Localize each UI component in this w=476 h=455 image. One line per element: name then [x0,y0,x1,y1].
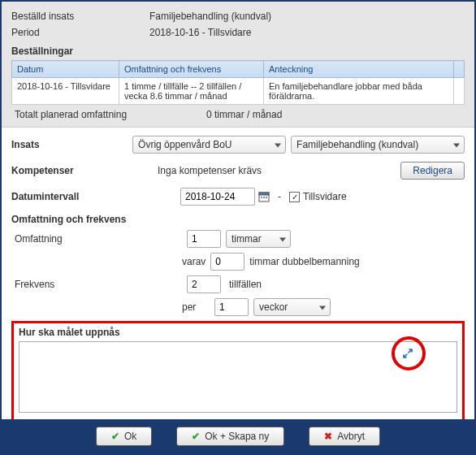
orders-table: Datum Omfattning och frekvens Anteckning… [11,60,465,105]
scope-label: Omfattning [11,233,133,245]
ok-create-new-label: Ok + Skapa ny [205,431,269,442]
ok-create-new-button[interactable]: ✔ Ok + Skapa ny [176,427,284,446]
scope-unit-value: timmar [232,233,262,245]
chevron-down-icon [453,144,460,148]
frekv-label: Frekvens [11,279,133,290]
check-icon: ✔ [192,431,200,442]
insats-category-select[interactable]: Övrig öppenvård BoU [132,136,286,154]
per-unit-value: veckor [259,301,288,313]
ok-button-label: Ok [124,431,136,442]
svg-rect-3 [263,197,265,198]
per-unit-select[interactable]: veckor [253,298,331,316]
goal-highlight-box: Hur ska målet uppnås [11,321,465,424]
chevron-down-icon [279,238,286,242]
orders-col-note[interactable]: Anteckning [264,61,454,78]
per-value-input[interactable] [214,298,249,316]
orders-col-scope[interactable]: Omfattning och frekvens [119,61,264,78]
svg-rect-1 [259,193,269,195]
kompetenser-text: Inga kompetenser krävs [158,165,400,176]
bottom-toolbar: ✔ Ok ✔ Ok + Skapa ny ✖ Avbryt [2,419,474,453]
orders-col-extra [454,61,465,78]
insats-type-value: Familjebehandling (kundval) [296,139,418,150]
scope-frequency-header: Omfattning och frekvens [11,214,465,225]
chevron-down-icon [275,144,281,148]
check-icon: ✔ [111,431,119,442]
date-from-input[interactable] [180,188,255,206]
goal-header: Hur ska målet uppnås [19,327,457,338]
cancel-button-label: Avbryt [337,431,365,442]
frekv-value-input[interactable] [187,275,221,293]
period-value: 2018-10-16 - Tillsvidare [149,27,465,38]
ordered-service-value: Familjebehandling (kundval) [149,11,465,22]
period-label: Period [11,27,149,38]
ordered-service-label: Beställd insats [11,11,149,22]
edit-button[interactable]: Redigera [400,162,465,180]
insats-type-select[interactable]: Familjebehandling (kundval) [291,136,465,154]
date-interval-label: Datumintervall [11,191,133,202]
per-label: per [182,301,210,313]
svg-rect-4 [266,197,267,198]
tillsvidare-checkbox[interactable]: ✓ Tillsvidare [289,191,347,202]
cell-extra [454,78,465,105]
orders-header: Beställningar [11,44,465,58]
expand-icon[interactable] [402,348,413,362]
cell-date: 2018-10-16 - Tillsvidare [12,78,119,105]
goal-textarea[interactable] [19,341,457,413]
kompetenser-label: Kompetenser [11,165,133,176]
close-icon: ✖ [324,431,332,442]
cancel-button[interactable]: ✖ Avbryt [309,427,380,446]
varav-suffix: timmar dubbelbemanning [249,256,359,267]
frekv-unit-label: tillfällen [229,279,262,290]
tillsvidare-label: Tillsvidare [303,191,347,202]
scope-unit-select[interactable]: timmar [226,230,291,248]
totals-label: Totalt planerad omfattning [15,109,206,120]
scope-value-input[interactable] [187,230,221,248]
calendar-icon[interactable] [258,191,270,202]
date-separator: - [278,191,281,202]
totals-value: 0 timmar / månad [206,109,282,120]
insats-category-value: Övrig öppenvård BoU [138,139,232,150]
varav-label: varav [182,256,206,267]
table-row[interactable]: 2018-10-16 - Tillsvidare 1 timme / tillf… [12,78,465,105]
chevron-down-icon [319,306,326,310]
svg-rect-2 [261,197,262,198]
check-icon: ✓ [292,193,298,202]
insats-label: Insats [11,139,132,150]
orders-col-date[interactable]: Datum [12,61,119,78]
edit-button-label: Redigera [413,165,452,176]
cell-scope: 1 timme / tillfälle -- 2 tillfällen / ve… [119,78,264,105]
varav-input[interactable] [210,253,244,271]
ok-button[interactable]: ✔ Ok [96,427,152,446]
cell-note: En familjebehandlare jobbar med båda för… [264,78,454,105]
